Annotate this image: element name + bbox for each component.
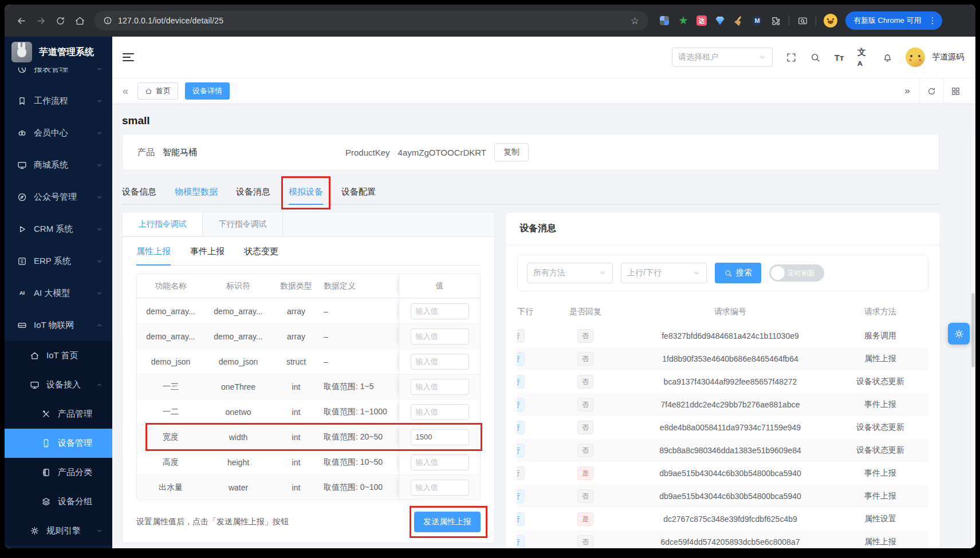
send-property-report-button[interactable]: 发送属性上报: [414, 512, 481, 532]
property-table: 功能名称 标识符 数据类型 数据定义 值 demo_array... demo_…: [136, 274, 481, 500]
value-input[interactable]: [411, 454, 469, 470]
translate-icon[interactable]: 文ᴀ: [857, 52, 869, 63]
browser-home-button[interactable]: [70, 11, 89, 30]
app-logo-row[interactable]: 芋道管理系统: [5, 37, 112, 68]
pink-extension-icon[interactable]: 达: [696, 15, 707, 26]
m-extension-icon[interactable]: M: [752, 15, 762, 26]
layout-grid-icon[interactable]: [943, 78, 967, 104]
send-hint-text: 设置属性值后，点击「发送属性上报」按钮: [136, 517, 289, 527]
extensions-puzzle-icon[interactable]: [770, 15, 781, 26]
sidebar-item-report[interactable]: 报表管理: [5, 68, 112, 85]
tab-device-message[interactable]: 设备消息: [236, 180, 270, 205]
direction-filter-select[interactable]: 上行/下行: [621, 263, 707, 283]
tab-downlink-debug[interactable]: 下行指令调试: [203, 212, 283, 236]
username[interactable]: 芋道源码: [932, 52, 964, 62]
value-input[interactable]: [411, 303, 469, 319]
bookmark-icon: [17, 96, 27, 106]
back-button[interactable]: [11, 11, 31, 30]
sidebar-item-device-group[interactable]: 设备分组: [5, 487, 112, 516]
tab-thing-model-data[interactable]: 物模型数据: [175, 180, 218, 205]
auto-refresh-toggle[interactable]: 定时刷新: [769, 264, 824, 282]
tabs-scroll-left-icon[interactable]: «: [120, 85, 131, 97]
request-id: fe8327bfd6d9484681a424c1b11030e9: [628, 331, 832, 341]
gem-extension-icon[interactable]: [714, 15, 726, 26]
bell-icon[interactable]: [881, 52, 893, 63]
request-id: 6dce59f4dd574205893dcb5e6c8008a7: [628, 537, 832, 547]
subtab-state-change[interactable]: 状态变更: [244, 246, 278, 265]
value-input[interactable]: [411, 379, 469, 395]
tab-device-config[interactable]: 设备配置: [341, 180, 376, 205]
search-icon[interactable]: [809, 52, 821, 63]
browser-menu-icon[interactable]: ⋮: [926, 15, 939, 26]
address-bar[interactable]: 127.0.0.1/iot/device/detail/25 ☆: [94, 11, 648, 30]
value-input[interactable]: [411, 404, 469, 420]
chrome-update-button[interactable]: 有新版 Chrome 可用 ⋮: [845, 11, 942, 30]
tab-simulate-device[interactable]: 模拟设备: [289, 180, 323, 205]
productkey-group: ProductKey 4aymZgOTOOCrDKRT 复制: [345, 143, 529, 161]
sidebar-item-product-mgmt[interactable]: 产品管理: [5, 399, 112, 429]
tab-device-detail[interactable]: 设备详情: [185, 82, 230, 100]
sidebar-item-mall[interactable]: 商城系统: [5, 149, 112, 181]
request-method: 服务调用: [832, 331, 928, 341]
sidebar-item-rule-engine[interactable]: 规则引擎: [5, 516, 112, 545]
sidebar-item-device-access[interactable]: 设备接入: [5, 370, 112, 399]
vertical-scrollbar[interactable]: [970, 136, 975, 548]
request-method: 事件上报: [832, 399, 928, 410]
tab-uplink-debug[interactable]: 上行指令调试: [123, 212, 203, 236]
scrollbar-thumb[interactable]: [971, 293, 975, 367]
user-avatar[interactable]: [906, 48, 925, 67]
sidebar-item-workflow[interactable]: 工作流程: [5, 85, 112, 117]
broom-extension-icon[interactable]: [733, 15, 745, 26]
sidebar-item-wechat[interactable]: 公众号管理: [5, 181, 112, 213]
bookmark-star-icon[interactable]: ☆: [631, 15, 639, 27]
value-input[interactable]: [411, 354, 469, 370]
app-title: 芋道管理系统: [39, 46, 94, 58]
value-input[interactable]: [411, 480, 469, 496]
fullscreen-icon[interactable]: [785, 52, 797, 63]
messages-filter-panel: 所有方法 上行/下行 搜索: [517, 255, 928, 291]
screen-capture-icon[interactable]: [797, 15, 808, 26]
request-method: 属性设置: [832, 514, 928, 524]
width-value-input[interactable]: [411, 429, 469, 445]
tab-home[interactable]: 首页: [137, 82, 178, 100]
green-star-extension-icon[interactable]: [678, 15, 689, 26]
font-size-icon[interactable]: Tᴛ: [833, 52, 845, 63]
copy-button[interactable]: 复制: [494, 143, 529, 161]
compass-icon: [17, 192, 27, 202]
tenant-select[interactable]: 请选择租户: [672, 48, 773, 67]
page-tabbar: « 首页 设备详情 »: [112, 78, 975, 104]
reply-tag: 是: [577, 466, 593, 480]
sidebar-item-product-category[interactable]: 产品分类: [5, 458, 112, 487]
mosaic-extension-icon[interactable]: [659, 15, 670, 26]
sidebar-item-device-mgmt[interactable]: 设备管理: [5, 429, 112, 458]
forward-button[interactable]: [31, 11, 50, 30]
search-button[interactable]: 搜索: [715, 263, 761, 283]
request-method: 设备状态更新: [832, 445, 928, 456]
tabs-scroll-right-icon[interactable]: »: [895, 78, 919, 104]
subtab-property-report[interactable]: 属性上报: [136, 246, 171, 265]
chevron-down-icon: [96, 527, 103, 535]
sidebar-item-iot-home[interactable]: IoT 首页: [5, 341, 112, 370]
table-row: 高度 height int 取值范围: 10~50: [137, 449, 480, 474]
reload-button[interactable]: [50, 11, 70, 30]
tools-icon: [41, 409, 51, 419]
method-filter-select[interactable]: 所有方法: [527, 263, 613, 283]
subtab-event-report[interactable]: 事件上报: [190, 246, 225, 265]
play-icon: [17, 224, 27, 234]
value-input[interactable]: [411, 329, 469, 345]
sidebar-item-crm[interactable]: CRM 系统: [5, 213, 112, 245]
sidebar-item-iot[interactable]: IoT 物联网: [5, 309, 112, 341]
sidebar-toggle-icon[interactable]: [123, 53, 134, 61]
sidebar-item-erp[interactable]: ERP 系统: [5, 245, 112, 277]
profile-avatar-icon[interactable]: [824, 14, 837, 27]
table-row-width-highlighted: 宽度 width int 取值范围: 20~50: [137, 424, 480, 449]
table-row: demo_array... demo_array... array –: [137, 323, 480, 349]
sidebar-item-ai[interactable]: AI AI 大模型: [5, 277, 112, 309]
tab-device-info[interactable]: 设备信息: [122, 180, 156, 205]
site-info-icon[interactable]: [103, 16, 112, 25]
refresh-page-icon[interactable]: [919, 78, 943, 104]
url-text[interactable]: 127.0.0.1/iot/device/detail/25: [118, 16, 625, 25]
theme-settings-button[interactable]: [948, 323, 970, 345]
request-method: 设备状态更新: [832, 377, 928, 387]
sidebar-item-member[interactable]: 会员中心: [5, 117, 112, 149]
